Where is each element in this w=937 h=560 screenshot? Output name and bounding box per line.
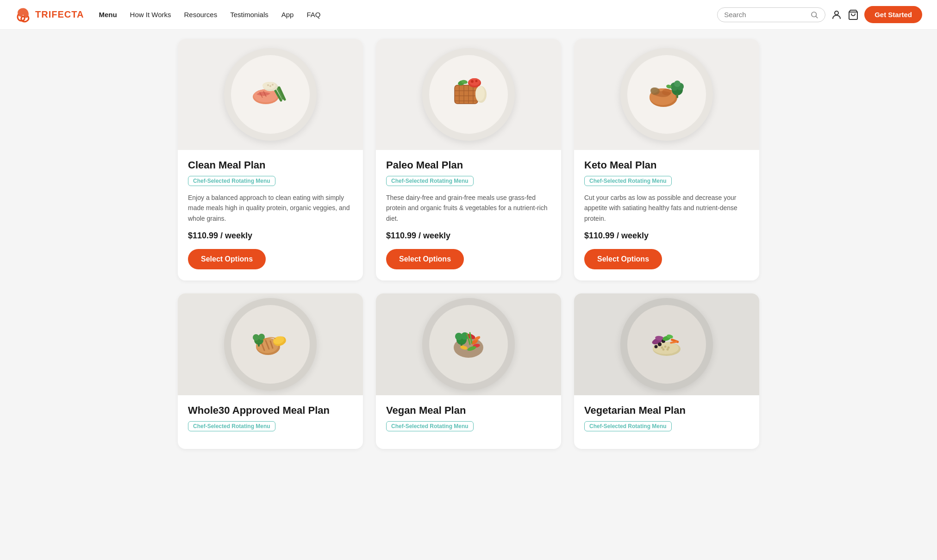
select-options-paleo[interactable]: Select Options	[386, 249, 464, 269]
food-illustration-paleo	[438, 64, 499, 124]
select-options-clean[interactable]: Select Options	[188, 249, 266, 269]
meal-image-whole30	[178, 293, 363, 395]
nav-resources[interactable]: Resources	[184, 11, 217, 19]
svg-point-28	[475, 80, 478, 82]
meal-tag-vegetarian: Chef-Selected Rotating Menu	[584, 421, 672, 431]
meal-title-vegetarian: Vegetarian Meal Plan	[584, 404, 749, 417]
food-illustration-vegetarian	[637, 314, 697, 374]
svg-rect-54	[258, 343, 260, 347]
svg-point-70	[661, 347, 663, 349]
meal-image-vegetarian	[574, 293, 759, 395]
meal-grid-row1: Clean Meal Plan Chef-Selected Rotating M…	[178, 39, 759, 280]
svg-point-81	[655, 345, 658, 348]
food-illustration-vegan	[438, 314, 499, 374]
nav-testimonials[interactable]: Testimonials	[230, 11, 269, 19]
meal-desc-clean: Enjoy a balanced approach to clean eatin…	[188, 193, 353, 224]
svg-point-27	[471, 80, 474, 83]
meal-card-body-vegan: Vegan Meal Plan Chef-Selected Rotating M…	[376, 395, 561, 449]
svg-point-39	[674, 81, 681, 87]
logo-link[interactable]: TRIFECTA	[15, 6, 84, 23]
meal-image-clean	[178, 39, 363, 150]
meal-tag-whole30: Chef-Selected Rotating Menu	[188, 421, 275, 431]
meal-card-vegan: Vegan Meal Plan Chef-Selected Rotating M…	[376, 293, 561, 449]
svg-point-74	[667, 348, 669, 351]
svg-point-73	[662, 348, 665, 351]
meal-card-body-clean: Clean Meal Plan Chef-Selected Rotating M…	[178, 150, 363, 280]
select-options-keto[interactable]: Select Options	[584, 249, 662, 269]
meal-image-paleo	[376, 39, 561, 150]
main-content: Clean Meal Plan Chef-Selected Rotating M…	[163, 30, 774, 467]
search-input[interactable]	[724, 11, 807, 19]
svg-point-52	[253, 334, 259, 341]
meal-tag-vegan: Chef-Selected Rotating Menu	[386, 421, 474, 431]
meal-image-keto	[574, 39, 759, 150]
plate-vegan	[422, 298, 515, 391]
meal-card-body-whole30: Whole30 Approved Meal Plan Chef-Selected…	[178, 395, 363, 449]
search-box	[717, 7, 825, 22]
logo-icon	[15, 6, 31, 23]
cart-button[interactable]	[848, 9, 859, 20]
meal-price-keto: $110.99 / weekly	[584, 231, 749, 241]
svg-point-15	[272, 84, 274, 86]
nav-how-it-works[interactable]: How It Works	[130, 11, 171, 19]
meal-tag-paleo: Chef-Selected Rotating Menu	[386, 176, 474, 186]
svg-point-32	[475, 86, 485, 101]
logo-text: TRIFECTA	[35, 9, 84, 20]
svg-point-12	[262, 82, 275, 89]
plate-paleo	[422, 48, 515, 141]
food-illustration-whole30	[240, 314, 300, 374]
meal-card-clean: Clean Meal Plan Chef-Selected Rotating M…	[178, 39, 363, 280]
meal-grid-row2: Whole30 Approved Meal Plan Chef-Selected…	[178, 293, 759, 449]
meal-tag-keto: Chef-Selected Rotating Menu	[584, 176, 672, 186]
nav-links: Menu How It Works Resources Testimonials…	[99, 11, 717, 19]
meal-title-keto: Keto Meal Plan	[584, 159, 749, 171]
plate-vegetarian	[620, 298, 713, 391]
account-icon	[831, 9, 842, 20]
meal-card-vegetarian: Vegetarian Meal Plan Chef-Selected Rotat…	[574, 293, 759, 449]
nav-faq[interactable]: FAQ	[306, 11, 320, 19]
plate-whole30	[224, 298, 317, 391]
food-illustration-keto	[637, 64, 697, 124]
svg-point-2	[835, 11, 838, 15]
svg-point-71	[664, 346, 667, 348]
meal-tag-clean: Chef-Selected Rotating Menu	[188, 176, 275, 186]
nav-right: Get Started	[717, 6, 922, 23]
meal-desc-keto: Cut your carbs as low as possible and de…	[584, 193, 749, 224]
svg-point-26	[469, 78, 480, 86]
account-button[interactable]	[831, 9, 842, 20]
svg-point-35	[662, 89, 671, 95]
search-button[interactable]	[810, 11, 818, 19]
meal-price-paleo: $110.99 / weekly	[386, 231, 551, 241]
plate-clean	[224, 48, 317, 141]
meal-title-clean: Clean Meal Plan	[188, 159, 353, 171]
search-icon	[810, 11, 818, 19]
svg-line-1	[816, 16, 818, 18]
meal-image-vegan	[376, 293, 561, 395]
nav-menu[interactable]: Menu	[99, 11, 117, 19]
meal-card-keto: Keto Meal Plan Chef-Selected Rotating Me…	[574, 39, 759, 280]
svg-point-80	[658, 342, 662, 346]
get-started-button[interactable]: Get Started	[864, 6, 922, 23]
plate-keto	[620, 48, 713, 141]
cart-icon	[848, 9, 859, 20]
meal-card-body-vegetarian: Vegetarian Meal Plan Chef-Selected Rotat…	[574, 395, 759, 449]
nav-app[interactable]: App	[281, 11, 294, 19]
svg-point-42	[650, 87, 658, 93]
food-illustration-clean	[240, 64, 300, 124]
navbar: TRIFECTA Menu How It Works Resources Tes…	[0, 0, 937, 30]
meal-title-paleo: Paleo Meal Plan	[386, 159, 551, 171]
svg-point-13	[267, 84, 269, 86]
svg-rect-40	[676, 93, 678, 98]
meal-card-body-paleo: Paleo Meal Plan Chef-Selected Rotating M…	[376, 150, 561, 280]
meal-title-vegan: Vegan Meal Plan	[386, 404, 551, 417]
meal-desc-paleo: These dairy-free and grain-free meals us…	[386, 193, 551, 224]
meal-card-body-keto: Keto Meal Plan Chef-Selected Rotating Me…	[574, 150, 759, 280]
svg-point-14	[269, 85, 271, 87]
meal-card-whole30: Whole30 Approved Meal Plan Chef-Selected…	[178, 293, 363, 449]
meal-card-paleo: Paleo Meal Plan Chef-Selected Rotating M…	[376, 39, 561, 280]
meal-title-whole30: Whole30 Approved Meal Plan	[188, 404, 353, 417]
meal-price-clean: $110.99 / weekly	[188, 231, 353, 241]
